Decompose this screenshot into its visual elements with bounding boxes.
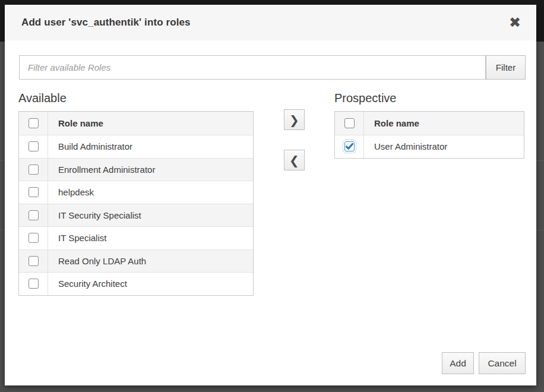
row-checkbox[interactable] bbox=[29, 187, 39, 197]
dialog-title: Add user 'svc_authentik' into roles bbox=[21, 17, 191, 29]
column-header: Role name bbox=[364, 118, 419, 128]
chevron-left-icon: ❮ bbox=[289, 153, 299, 167]
row-checkbox[interactable] bbox=[29, 233, 39, 243]
select-all-cell bbox=[335, 112, 364, 135]
row-checkbox-cell bbox=[19, 227, 48, 249]
row-checkbox-cell bbox=[335, 135, 364, 158]
role-name: Build Administrator bbox=[48, 141, 132, 151]
table-row: Security Architect bbox=[19, 272, 253, 295]
row-checkbox-cell bbox=[19, 250, 48, 273]
row-checkbox-cell bbox=[19, 204, 48, 227]
table-row: helpdesk bbox=[19, 181, 253, 204]
close-icon[interactable]: ✖ bbox=[504, 12, 526, 33]
table-row: Enrollment Administrator bbox=[19, 158, 253, 181]
role-name: Read Only LDAP Auth bbox=[48, 256, 146, 266]
dialog-header: Add user 'svc_authentik' into roles ✖ bbox=[5, 5, 536, 40]
select-all-checkbox[interactable] bbox=[344, 118, 355, 128]
cancel-button[interactable]: Cancel bbox=[479, 352, 526, 374]
add-button[interactable]: Add bbox=[442, 352, 474, 374]
row-checkbox[interactable] bbox=[29, 165, 39, 175]
available-heading: Available bbox=[18, 91, 67, 105]
row-checkbox-cell bbox=[19, 273, 48, 295]
table-row: IT Specialist bbox=[19, 226, 253, 249]
row-checkbox[interactable] bbox=[29, 279, 39, 289]
prospective-roles-table: Role name User Administrator bbox=[334, 111, 524, 159]
available-roles-table: Role name Build AdministratorEnrollment … bbox=[18, 111, 254, 296]
select-all-cell bbox=[19, 112, 48, 135]
table-row: Build Administrator bbox=[19, 135, 253, 158]
table-header-row: Role name bbox=[335, 112, 524, 135]
move-left-button[interactable]: ❮ bbox=[284, 150, 305, 170]
table-row: Read Only LDAP Auth bbox=[19, 249, 253, 273]
add-roles-dialog: Add user 'svc_authentik' into roles ✖ Fi… bbox=[5, 5, 536, 385]
row-checkbox-cell bbox=[19, 159, 48, 181]
role-name: helpdesk bbox=[48, 187, 94, 197]
role-name: Enrollment Administrator bbox=[48, 165, 155, 175]
chevron-right-icon: ❯ bbox=[289, 113, 299, 127]
row-checkbox[interactable] bbox=[29, 210, 39, 220]
role-name: IT Security Specialist bbox=[48, 210, 141, 220]
row-checkbox-cell bbox=[19, 135, 48, 158]
table-header-row: Role name bbox=[19, 112, 253, 135]
role-name: Security Architect bbox=[48, 279, 127, 289]
table-row: IT Security Specialist bbox=[19, 204, 253, 227]
role-name: User Administrator bbox=[364, 141, 447, 151]
move-right-button[interactable]: ❯ bbox=[284, 109, 305, 130]
row-checkbox[interactable] bbox=[29, 141, 39, 151]
column-header: Role name bbox=[48, 118, 103, 128]
row-checkbox-checked[interactable] bbox=[344, 141, 355, 151]
filter-input[interactable] bbox=[19, 55, 486, 80]
prospective-heading: Prospective bbox=[334, 91, 397, 105]
role-name: IT Specialist bbox=[48, 233, 106, 243]
select-all-checkbox[interactable] bbox=[29, 118, 39, 128]
row-checkbox-cell bbox=[19, 181, 48, 204]
filter-button[interactable]: Filter bbox=[486, 55, 526, 80]
table-row: User Administrator bbox=[335, 135, 524, 158]
row-checkbox[interactable] bbox=[29, 256, 39, 266]
